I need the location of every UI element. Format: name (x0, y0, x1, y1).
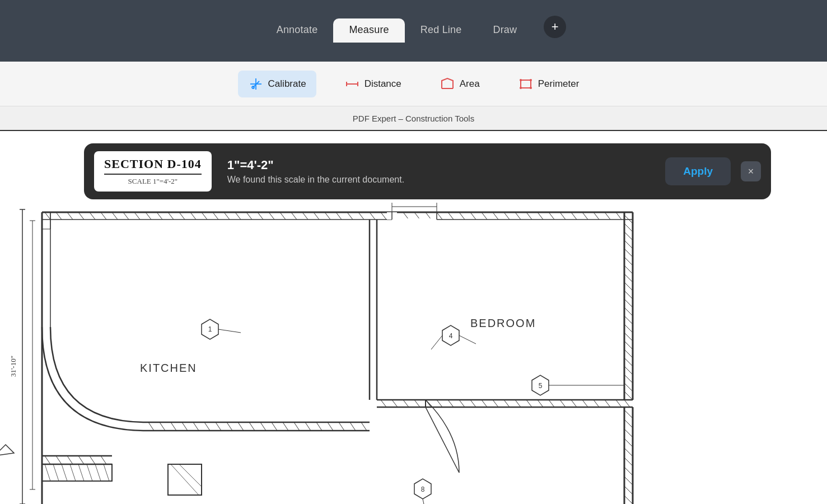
perimeter-tool[interactable]: Perimeter (508, 71, 590, 97)
scale-subtitle: SCALE 1"=4'-2" (104, 177, 202, 186)
apply-button[interactable]: Apply (665, 157, 731, 185)
area-tool[interactable]: Area (429, 71, 490, 97)
scale-ratio: 1"=4'-2" (227, 158, 655, 172)
scale-label-box: SECTION D-104 SCALE 1"=4'-2" (94, 151, 212, 192)
toolbar-strip: Calibrate Distance Area (0, 62, 827, 106)
svg-point-12 (520, 87, 522, 89)
distance-tool[interactable]: Distance (334, 71, 412, 97)
scale-info: 1"=4'-2" We found this scale in the curr… (222, 158, 655, 185)
svg-text:5: 5 (539, 382, 543, 390)
main-content: 31'-10" (0, 131, 827, 504)
doc-title-bar: PDF Expert – Construction Tools (0, 106, 827, 131)
svg-text:KITCHEN: KITCHEN (140, 362, 197, 374)
tab-draw[interactable]: Draw (477, 18, 532, 43)
perimeter-icon (518, 76, 534, 92)
tab-measure[interactable]: Measure (333, 18, 404, 43)
nav-tabs: Annotate Measure Red Line Draw + (261, 16, 567, 43)
calibrate-tool[interactable]: Calibrate (238, 71, 316, 97)
svg-point-9 (520, 79, 522, 81)
svg-rect-8 (521, 80, 531, 88)
area-icon (440, 76, 455, 92)
distance-icon (344, 76, 360, 92)
svg-point-10 (530, 79, 532, 81)
scale-description: We found this scale in the current docum… (227, 175, 655, 185)
svg-text:8: 8 (421, 486, 425, 493)
tab-annotate[interactable]: Annotate (261, 18, 334, 43)
tab-redline[interactable]: Red Line (405, 18, 478, 43)
svg-point-11 (530, 87, 532, 89)
section-title: SECTION D-104 (104, 157, 202, 175)
doc-title: PDF Expert – Construction Tools (353, 114, 474, 123)
add-tool-button[interactable]: + (544, 16, 566, 38)
top-nav: Annotate Measure Red Line Draw + (0, 0, 827, 62)
svg-text:4: 4 (449, 332, 453, 340)
svg-text:31'-10": 31'-10" (9, 356, 17, 377)
close-popup-button[interactable]: × (741, 161, 761, 181)
scale-popup: SECTION D-104 SCALE 1"=4'-2" 1"=4'-2" We… (84, 143, 771, 199)
svg-text:1: 1 (208, 325, 212, 333)
calibrate-icon (248, 76, 264, 92)
svg-text:BEDROOM: BEDROOM (470, 317, 536, 329)
